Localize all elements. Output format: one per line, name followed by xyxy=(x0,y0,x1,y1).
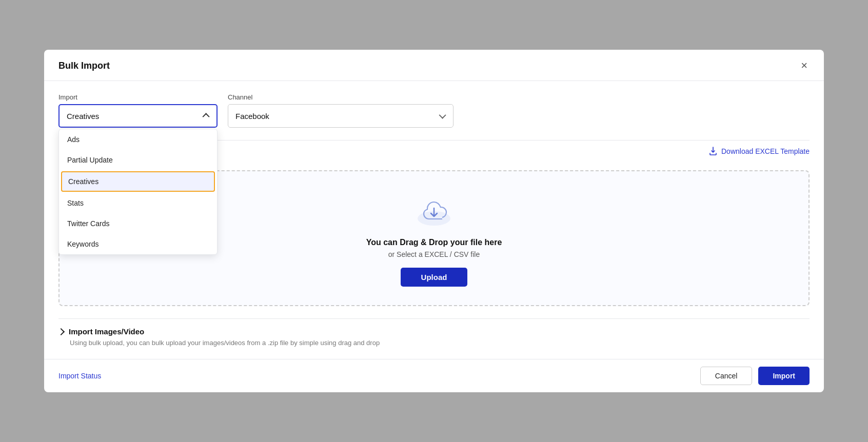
dropdown-item-partial-update[interactable]: Partial Update xyxy=(59,150,217,170)
chevron-up-icon xyxy=(203,113,210,120)
channel-select-wrapper: Facebook xyxy=(228,104,453,128)
dropdown-item-keywords[interactable]: Keywords xyxy=(59,234,217,254)
import-select-wrapper: Creatives Ads Partial Update Creatives S… xyxy=(58,104,218,128)
import-label: Import xyxy=(58,93,218,101)
channel-select-button[interactable]: Facebook xyxy=(228,104,453,128)
modal-overlay: Bulk Import × Import Creatives xyxy=(0,0,868,442)
dropdown-item-ads[interactable]: Ads xyxy=(59,129,217,150)
accordion-title: Import Images/Video xyxy=(69,327,144,336)
import-images-accordion: Import Images/Video Using bulk upload, y… xyxy=(58,318,810,351)
download-excel-link[interactable]: Download EXCEL Template xyxy=(708,147,810,156)
bulk-import-modal: Bulk Import × Import Creatives xyxy=(44,50,824,392)
modal-body: Import Creatives Ads Partial Update Crea… xyxy=(44,81,824,359)
download-excel-label: Download EXCEL Template xyxy=(721,147,810,155)
modal-title: Bulk Import xyxy=(58,61,110,71)
accordion-description: Using bulk upload, you can bulk upload y… xyxy=(58,339,810,347)
import-select-value: Creatives xyxy=(67,112,99,120)
close-button[interactable]: × xyxy=(799,59,810,72)
dropdown-item-stats[interactable]: Stats xyxy=(59,193,217,213)
form-row: Import Creatives Ads Partial Update Crea… xyxy=(58,93,810,128)
footer-buttons: Cancel Import xyxy=(700,367,810,385)
modal-header: Bulk Import × xyxy=(44,50,824,81)
cancel-button[interactable]: Cancel xyxy=(700,367,753,385)
channel-select-value: Facebook xyxy=(235,112,269,120)
channel-form-group: Channel Facebook xyxy=(228,93,453,128)
channel-label: Channel xyxy=(228,93,453,101)
accordion-chevron-icon xyxy=(57,328,65,335)
accordion-header[interactable]: Import Images/Video xyxy=(58,327,810,336)
chevron-down-icon xyxy=(439,112,446,119)
upload-button[interactable]: Upload xyxy=(401,268,468,287)
import-button[interactable]: Import xyxy=(758,367,810,385)
dropdown-item-creatives[interactable]: Creatives xyxy=(61,171,215,192)
import-form-group: Import Creatives Ads Partial Update Crea… xyxy=(58,93,218,128)
import-dropdown-menu: Ads Partial Update Creatives Stats Twitt… xyxy=(58,129,218,255)
modal-footer: Import Status Cancel Import xyxy=(44,359,824,392)
import-select-button[interactable]: Creatives xyxy=(58,104,218,128)
download-icon xyxy=(708,147,718,156)
dropdown-item-twitter-cards[interactable]: Twitter Cards xyxy=(59,213,217,234)
import-status-link[interactable]: Import Status xyxy=(58,372,101,380)
